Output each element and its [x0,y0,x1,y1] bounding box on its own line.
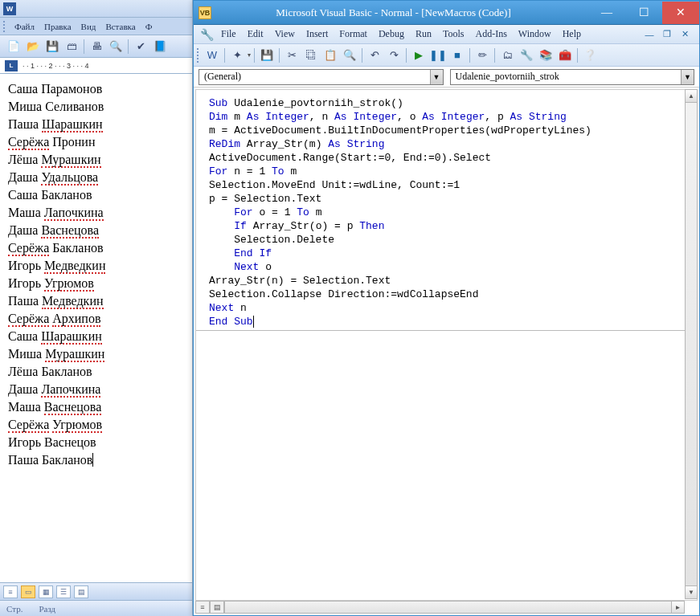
help-icon[interactable]: ❔ [581,47,599,64]
printpreview-icon[interactable]: 🔍 [107,38,125,55]
save-icon[interactable]: 💾 [258,47,276,64]
menu-format[interactable]: Format [334,27,372,42]
word-document-area[interactable]: Саша ПарамоновМиша СеливановПаша Шарашки… [0,74,192,582]
redo-icon[interactable]: ↷ [385,47,403,64]
menu-edit[interactable]: Правка [41,20,75,33]
menu-help[interactable]: Help [558,27,586,42]
mdi-minimize-button[interactable]: — [643,29,656,40]
break-icon[interactable]: ❚❚ [429,47,447,64]
status-section: Разд [39,604,55,614]
run-icon[interactable]: ▶ [410,47,428,64]
menu-run[interactable]: Run [411,27,436,42]
menu-file[interactable]: File [216,27,241,42]
document-line: Лёша Бакланов [8,363,184,381]
document-line: Миша Мурашкин [8,345,184,363]
view-word-icon[interactable]: W [203,47,221,64]
menu-insert[interactable]: Insert [301,27,333,42]
paste-icon[interactable]: 📋 [321,47,339,64]
vbe-titlebar[interactable]: VB Microsoft Visual Basic - Normal - [Ne… [194,1,699,25]
cut-icon[interactable]: ✂ [283,47,301,64]
menu-edit[interactable]: Edit [243,27,268,42]
vbe-code-area: Sub Udalenie_povtorniih_strok()Dim m As … [194,88,699,615]
code-line: For o = 1 To m [209,206,694,219]
toolbox-icon[interactable]: 🧰 [556,47,574,64]
find-icon[interactable]: 🔍 [341,47,358,64]
scroll-down-icon[interactable]: ▼ [686,585,697,598]
view-reading-button[interactable]: ▤ [74,585,88,598]
document-line: Серёжа Угрюмов [8,416,184,434]
vbe-combo-row: (General) ▼ Udalenie_povtorniih_strok ▼ [194,67,699,88]
vbe-title-text: Microsoft Visual Basic - Normal - [NewMa… [199,6,588,19]
menu-addins[interactable]: Add-Ins [470,27,511,42]
document-line: Игорь Васнецов [8,434,184,451]
grip-icon [197,48,200,63]
menu-tools[interactable]: Tools [438,27,469,42]
menu-file[interactable]: Файл [11,20,38,33]
menu-view[interactable]: View [270,27,300,42]
spellcheck-icon[interactable]: ✔ [132,38,149,55]
chevron-down-icon[interactable]: ▼ [430,70,443,84]
document-line: Лёша Мурашкин [8,151,184,169]
document-line: Саша Шарашкин [8,328,184,345]
close-button[interactable]: ✕ [662,2,699,24]
word-ruler[interactable]: L · · 1 · · · 2 · · · 3 · · · 4 [0,58,192,74]
document-line: Игорь Угрюмов [8,275,184,292]
menu-debug[interactable]: Debug [374,27,409,42]
code-line: Dim m As Integer, n As Integer, o As Int… [209,110,694,124]
document-line: Игорь Медведкин [8,257,184,275]
document-line: Даша Удальцова [8,169,184,186]
horizontal-scrollbar[interactable]: ◄ ► [211,601,685,614]
menu-insert[interactable]: Вставка [102,20,138,33]
code-line: Sub Udalenie_povtorniih_strok() [209,96,694,110]
scroll-right-icon[interactable]: ► [671,602,684,613]
saveall-icon[interactable]: 🗃 [63,38,80,55]
code-editor[interactable]: Sub Udalenie_povtorniih_strok()Dim m As … [195,89,698,601]
reset-icon[interactable]: ■ [448,47,466,64]
word-titlebar: W [0,0,192,18]
maximize-button[interactable]: ☐ [625,2,662,24]
procedure-combo[interactable]: Udalenie_povtorniih_strok ▼ [450,69,695,85]
full-module-view-button[interactable]: ▤ [210,601,224,614]
research-icon[interactable]: 📘 [151,38,169,55]
document-line: Даша Васнецова [8,222,184,239]
mdi-close-button[interactable]: ✕ [678,29,691,40]
grip-icon [3,21,6,32]
print-icon[interactable]: 🖶 [88,38,105,55]
open-icon[interactable]: 📂 [24,38,42,55]
scroll-track[interactable] [686,103,697,585]
design-mode-icon[interactable]: ✏ [473,47,491,64]
project-explorer-icon[interactable]: 🗂 [498,47,516,64]
document-line: Серёжа Архипов [8,310,184,328]
code-line: For n = 1 To m [209,165,694,178]
view-outline-button[interactable]: ☰ [56,585,71,598]
view-normal-button[interactable]: ≡ [3,585,18,598]
code-line: Selection.Collapse Direction:=wdCollapse… [209,288,694,301]
save-icon[interactable]: 💾 [43,38,61,55]
dropdown-icon[interactable]: ▾ [248,51,251,59]
copy-icon[interactable]: ⿻ [302,47,320,64]
menu-view[interactable]: Вид [78,20,100,33]
code-view-toggles: ≡ ▤ [195,601,224,614]
menu-window[interactable]: Window [514,27,556,42]
scroll-track[interactable] [225,602,671,613]
undo-icon[interactable]: ↶ [366,47,383,64]
minimize-button[interactable]: — [588,2,625,24]
object-browser-icon[interactable]: 📚 [537,47,555,64]
view-web-button[interactable]: ▦ [39,585,53,598]
mdi-restore-button[interactable]: ❐ [661,29,673,40]
word-app-icon: W [3,2,16,15]
menu-format-cut[interactable]: Ф [142,20,156,33]
new-icon[interactable]: 📄 [5,38,23,55]
vbe-sys-icon[interactable]: 🔧 [199,27,215,42]
document-line: Миша Селиванов [8,98,184,116]
scroll-up-icon[interactable]: ▲ [686,90,697,103]
code-line: If Array_Str(o) = p Then [209,219,694,233]
insert-module-icon[interactable]: ✦ [228,47,246,64]
view-layout-button[interactable]: ▭ [21,585,35,598]
vertical-scrollbar[interactable]: ▲ ▼ [685,89,698,599]
chevron-down-icon[interactable]: ▼ [681,70,694,84]
object-combo[interactable]: (General) ▼ [199,69,444,85]
properties-icon[interactable]: 🔧 [518,47,535,64]
word-menubar[interactable]: Файл Правка Вид Вставка Ф [0,18,192,35]
procedure-view-button[interactable]: ≡ [195,601,210,614]
